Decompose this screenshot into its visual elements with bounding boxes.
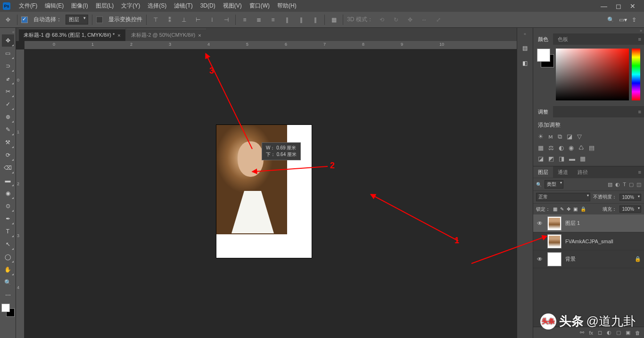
eyedropper-tool[interactable]: ✓ [2, 98, 14, 110]
move-tool[interactable]: ✥ [2, 34, 14, 47]
edit-toolbar[interactable]: ⋯ [2, 289, 14, 301]
align-left-icon[interactable]: ⊢ [193, 15, 203, 25]
threshold-adj-icon[interactable]: ◨ [559, 155, 564, 162]
layer-row-3[interactable]: 👁 背景 🔒 [533, 250, 644, 268]
menu-image[interactable]: 图像(I) [67, 0, 91, 12]
arrange-docs-icon[interactable]: ▭▾ [619, 16, 627, 23]
type-tool[interactable]: T [2, 225, 14, 238]
document-tab-1[interactable]: 未标题-1 @ 68.3% (图层 1, CMYK/8#) * × [19, 29, 125, 41]
add-mask-icon[interactable]: ◻ [598, 330, 602, 336]
align-right-icon[interactable]: ⊣ [221, 15, 231, 25]
menu-file[interactable]: 文件(F) [15, 0, 41, 12]
swatches-tab[interactable]: 色板 [553, 33, 573, 45]
collapse-icon[interactable]: « [12, 30, 15, 34]
adjustments-tab[interactable]: 调整 [533, 106, 553, 117]
layer-thumbnail[interactable] [547, 252, 561, 266]
filter-shape-icon[interactable]: ▢ [629, 181, 634, 188]
filter-kind-dropdown[interactable]: 类型 [545, 180, 563, 189]
levels-adj-icon[interactable]: ᴍ [548, 133, 553, 140]
new-adjustment-layer-icon[interactable]: ◐ [607, 330, 611, 336]
filter-type-icon[interactable]: T [623, 181, 626, 188]
crop-tool[interactable]: ✂ [2, 85, 14, 98]
menu-select[interactable]: 选择(S) [144, 0, 170, 12]
new-group-icon[interactable]: ▢ [616, 330, 621, 336]
layer-row-1[interactable]: 👁 图层 1 [533, 214, 644, 232]
distribute-left-icon[interactable]: ‖ [282, 15, 292, 25]
lock-all-icon[interactable]: 🔒 [580, 206, 586, 212]
menu-window[interactable]: 窗口(W) [246, 0, 273, 12]
brush-tool[interactable]: ✎ [2, 124, 14, 136]
filter-adjust-icon[interactable]: ◐ [615, 181, 620, 188]
align-top-icon[interactable]: ⊤ [150, 15, 161, 25]
menu-filter[interactable]: 滤镜(T) [170, 0, 196, 12]
layers-panel-menu-icon[interactable]: ≡ [636, 169, 644, 175]
quick-select-tool[interactable]: ⸙ [2, 73, 14, 85]
stamp-tool[interactable]: ⚒ [2, 136, 14, 148]
vibrance-adj-icon[interactable]: ▽ [577, 133, 582, 140]
hue-adj-icon[interactable]: ▦ [538, 144, 544, 151]
distribute-top-icon[interactable]: ≡ [239, 15, 250, 25]
menu-3d[interactable]: 3D(D) [197, 0, 219, 12]
canvas[interactable]: W： 0.69 厘米 下： 0.64 厘米 1 2 3 [25, 49, 517, 338]
layer-thumbnail[interactable] [547, 234, 561, 248]
align-bottom-icon[interactable]: ⊥ [179, 15, 189, 25]
path-select-tool[interactable]: ↖ [2, 238, 14, 250]
document-tab-2[interactable]: 未标题-2 @ 50%(CMYK/8#) × [126, 29, 206, 41]
zoom-tool[interactable]: 🔍 [2, 276, 14, 289]
auto-select-dropdown[interactable]: 图层 [66, 15, 88, 25]
foreground-color[interactable] [537, 49, 550, 62]
lut-adj-icon[interactable]: ▤ [589, 144, 594, 151]
selective-adj-icon[interactable]: ▦ [580, 155, 586, 162]
photo-filter-adj-icon[interactable]: ◉ [569, 144, 574, 151]
maximize-icon[interactable]: ◻ [616, 2, 621, 10]
distribute-hcenter-icon[interactable]: ‖ [296, 15, 306, 25]
align-hcenter-icon[interactable]: ⁞ [207, 15, 217, 25]
bw-adj-icon[interactable]: ◐ [559, 144, 564, 151]
paths-tab[interactable]: 路径 [573, 166, 593, 178]
visibility-icon[interactable]: 👁 [536, 256, 544, 263]
properties-panel-icon[interactable]: ◧ [522, 60, 528, 66]
auto-align-icon[interactable]: ▦ [329, 15, 339, 25]
lock-trans-icon[interactable]: ▦ [553, 206, 557, 212]
menu-help[interactable]: 帮助(H) [273, 0, 300, 12]
search-icon[interactable]: 🔍 [607, 16, 614, 23]
healing-tool[interactable]: ⊕ [2, 111, 14, 123]
hand-tool[interactable]: ✋ [2, 264, 14, 276]
distribute-vcenter-icon[interactable]: ≣ [254, 15, 264, 25]
invert-adj-icon[interactable]: ◪ [538, 155, 544, 162]
share-icon[interactable]: ⇪ [632, 16, 636, 23]
close-icon[interactable]: ✕ [630, 2, 636, 10]
layer-row-2[interactable]: FVAmkACJPA_small [533, 232, 644, 250]
history-panel-icon[interactable]: ▤ [522, 45, 528, 51]
eraser-tool[interactable]: ⌫ [2, 162, 14, 174]
channels-tab[interactable]: 通道 [553, 166, 573, 178]
new-layer-icon[interactable]: ▣ [626, 330, 630, 336]
brightness-adj-icon[interactable]: ☀ [538, 133, 544, 140]
dodge-tool[interactable]: ⊙ [2, 200, 14, 212]
menu-layer[interactable]: 图层(L) [92, 0, 118, 12]
curves-adj-icon[interactable]: ⧉ [558, 133, 562, 140]
color-panel-menu-icon[interactable]: ≡ [636, 36, 644, 42]
layer-fx-icon[interactable]: fx [589, 330, 593, 336]
visibility-icon[interactable]: 👁 [536, 220, 544, 227]
hue-slider[interactable] [632, 49, 640, 100]
blend-mode-dropdown[interactable]: 正常 [536, 193, 590, 201]
color-field[interactable] [556, 49, 629, 100]
color-tab[interactable]: 颜色 [533, 33, 553, 45]
mixer-adj-icon[interactable]: ♺ [578, 144, 584, 151]
adjust-panel-menu-icon[interactable]: ≡ [636, 109, 644, 115]
align-vcenter-icon[interactable]: ⁑ [165, 15, 175, 25]
menu-edit[interactable]: 编辑(E) [41, 0, 67, 12]
history-brush-tool[interactable]: ⟳ [2, 149, 14, 161]
collapse-panels-icon[interactable]: » [533, 28, 644, 33]
posterize-adj-icon[interactable]: ◩ [548, 155, 554, 162]
menu-view[interactable]: 视图(V) [219, 0, 246, 12]
expand-dock-icon[interactable]: « [524, 32, 526, 36]
fill-value[interactable]: 100% [619, 206, 641, 213]
lock-artboard-icon[interactable]: ▣ [573, 206, 578, 212]
layers-tab[interactable]: 图层 [533, 166, 553, 178]
lock-position-icon[interactable]: ✥ [567, 206, 570, 212]
lasso-tool[interactable]: ⊃ [2, 60, 14, 72]
opacity-value[interactable]: 100% [619, 194, 641, 201]
pen-tool[interactable]: ✒ [2, 213, 14, 225]
